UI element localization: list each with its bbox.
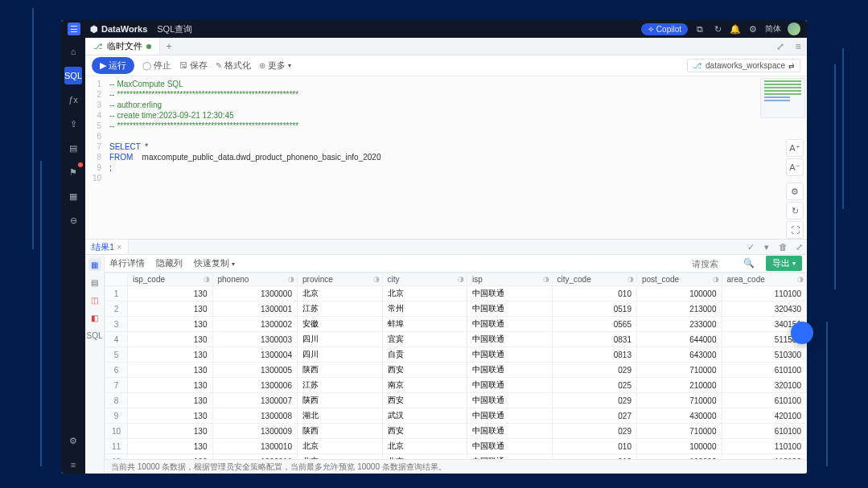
table-row[interactable]: 51301300004四川自贡中国联通0813643000510300 — [105, 347, 807, 363]
cell[interactable]: 710000 — [637, 393, 722, 408]
cell[interactable]: 010 — [552, 439, 637, 454]
refresh-float-button[interactable]: ↻ — [786, 202, 804, 219]
column-header[interactable]: isp_code◑ — [128, 273, 213, 286]
cell[interactable]: 中国联通 — [467, 408, 553, 424]
result-chart-icon[interactable]: ◫ — [88, 293, 101, 306]
cell[interactable]: 陕西 — [298, 393, 383, 408]
cell[interactable]: 北京 — [298, 439, 383, 454]
table-row[interactable]: 61301300005陕西西安中国联通029710000610100 — [105, 363, 807, 378]
cell[interactable]: 130 — [128, 286, 213, 301]
column-header[interactable]: isp◑ — [467, 273, 553, 286]
cell[interactable]: 430000 — [637, 408, 722, 424]
column-header[interactable]: province◑ — [298, 273, 383, 286]
cell[interactable]: 自贡 — [382, 347, 467, 363]
result-chevron-down-icon[interactable]: ▾ — [759, 240, 775, 254]
table-row[interactable]: 111301300010北京北京中国联通010100000110100 — [105, 439, 807, 454]
result-expand-icon[interactable]: ⤢ — [791, 240, 807, 254]
rail-home-icon[interactable]: ⌂ — [64, 43, 82, 60]
rail-sql-icon[interactable]: SQL — [64, 67, 82, 84]
code-content[interactable]: -- MaxCompute SQL-- ********************… — [106, 76, 807, 239]
bell-icon[interactable]: 🔔 — [730, 23, 741, 35]
cell[interactable]: 中国联通 — [467, 347, 553, 363]
result-search-input[interactable] — [692, 259, 740, 269]
cell[interactable]: 1300008 — [212, 408, 298, 424]
search-icon[interactable]: 🔍 — [743, 258, 755, 269]
gear-icon[interactable]: ⚙ — [747, 23, 759, 35]
cell[interactable]: 100000 — [637, 286, 722, 301]
rail-function-icon[interactable]: ƒx — [64, 91, 82, 109]
cell[interactable]: 610100 — [722, 424, 807, 439]
result-check-icon[interactable]: ✓ — [743, 240, 759, 254]
language-switch[interactable]: 简体 — [765, 23, 781, 35]
filter-icon[interactable]: ◑ — [713, 275, 719, 283]
result-table-icon[interactable]: ▤ — [88, 276, 101, 289]
quick-copy-button[interactable]: 快速复制 ▾ — [194, 257, 235, 269]
cell[interactable]: 025 — [552, 378, 637, 393]
rail-alert-icon[interactable]: ⚑ — [64, 163, 82, 181]
table-row[interactable]: 31301300002安徽蚌埠中国联通0565233000340151 — [105, 317, 807, 332]
cell[interactable]: 中国联通 — [467, 286, 553, 301]
cell[interactable]: 420100 — [722, 408, 807, 424]
cell[interactable]: 常州 — [382, 301, 467, 317]
cell[interactable]: 江苏 — [298, 378, 383, 393]
cell[interactable]: 1300003 — [212, 332, 298, 347]
font-decrease-button[interactable]: A⁻ — [786, 158, 804, 176]
result-grid-icon[interactable]: ▦ — [88, 258, 101, 271]
filter-icon[interactable]: ◑ — [288, 275, 294, 283]
column-header[interactable]: area_code◑ — [722, 273, 807, 286]
filter-icon[interactable]: ◑ — [204, 275, 210, 283]
cell[interactable]: 安徽 — [298, 317, 383, 332]
cell[interactable]: 130 — [128, 363, 213, 378]
copilot-button[interactable]: ✧ Copilot — [641, 23, 688, 35]
cell[interactable]: 1300004 — [212, 347, 298, 363]
cell[interactable]: 1300002 — [212, 317, 298, 332]
cell[interactable]: 130 — [128, 424, 213, 439]
tab-expand-icon[interactable]: ⤢ — [771, 38, 789, 55]
minimap[interactable] — [760, 78, 805, 118]
table-row[interactable]: 101301300009陕西西安中国联通029710000610100 — [105, 424, 807, 439]
filter-icon[interactable]: ◑ — [543, 275, 549, 283]
cell[interactable]: 029 — [552, 363, 637, 378]
cell[interactable]: 陕西 — [298, 363, 383, 378]
rail-warn-icon[interactable]: ⊖ — [64, 211, 82, 229]
cell[interactable]: 1300001 — [212, 301, 298, 317]
cell[interactable]: 110100 — [722, 439, 807, 454]
cell[interactable]: 中国联通 — [467, 332, 553, 347]
cell[interactable]: 130 — [128, 439, 213, 454]
column-header[interactable]: city_code◑ — [552, 273, 637, 286]
cell[interactable]: 130 — [128, 301, 213, 317]
cell[interactable]: 0831 — [552, 332, 637, 347]
close-icon[interactable]: × — [117, 243, 121, 252]
cell[interactable]: 西安 — [382, 363, 467, 378]
cell[interactable]: 710000 — [637, 424, 722, 439]
expand-float-button[interactable]: ⛶ — [786, 221, 804, 239]
export-button[interactable]: 导出 ▾ — [766, 256, 802, 271]
avatar[interactable] — [788, 23, 800, 35]
run-button[interactable]: ▶ 运行 — [92, 57, 134, 74]
cell[interactable]: 130 — [128, 347, 213, 363]
column-header[interactable]: city◑ — [382, 273, 467, 286]
cell[interactable]: 0565 — [552, 317, 637, 332]
cell[interactable]: 西安 — [382, 393, 467, 408]
cell[interactable]: 610100 — [722, 393, 807, 408]
cell[interactable]: 110100 — [722, 286, 807, 301]
cell[interactable]: 0519 — [552, 301, 637, 317]
table-row[interactable]: 41301300003四川宜宾中国联通0831644000511500 — [105, 332, 807, 347]
cell[interactable]: 四川 — [298, 332, 383, 347]
filter-icon[interactable]: ◑ — [373, 275, 380, 283]
cell[interactable]: 江苏 — [298, 301, 383, 317]
filter-icon[interactable]: ◑ — [797, 275, 804, 283]
cell[interactable]: 100000 — [637, 439, 722, 454]
rail-apps-icon[interactable]: ▦ — [64, 187, 82, 205]
cell[interactable]: 643000 — [637, 347, 722, 363]
filter-icon[interactable]: ◑ — [627, 275, 634, 283]
more-button[interactable]: ⊕更多 ▾ — [259, 59, 291, 72]
cell[interactable]: 130 — [128, 332, 213, 347]
cell[interactable]: 西安 — [382, 424, 467, 439]
table-row[interactable]: 21301300001江苏常州中国联通0519213000320430 — [105, 301, 807, 317]
cell[interactable]: 1300009 — [212, 424, 298, 439]
cell[interactable]: 610100 — [722, 363, 807, 378]
table-row[interactable]: 81301300007陕西西安中国联通029710000610100 — [105, 393, 807, 408]
tab-add-button[interactable]: + — [160, 38, 178, 55]
cell[interactable]: 1300010 — [212, 439, 298, 454]
